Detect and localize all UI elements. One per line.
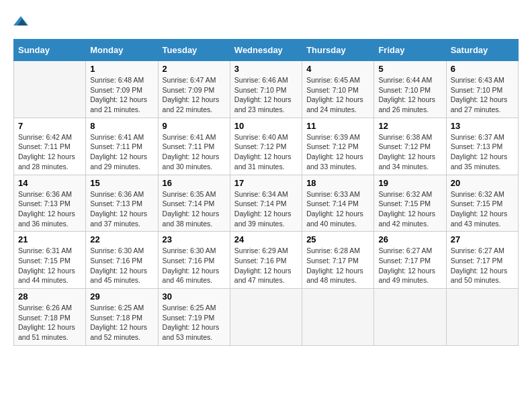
calendar-cell: 28Sunrise: 6:26 AMSunset: 7:18 PMDayligh… [14, 289, 86, 346]
day-info: Sunrise: 6:38 AMSunset: 7:12 PMDaylight:… [378, 132, 441, 172]
page-header [13, 13, 519, 28]
day-number: 23 [163, 234, 226, 244]
day-info: Sunrise: 6:26 AMSunset: 7:18 PMDaylight:… [18, 303, 81, 342]
day-info: Sunrise: 6:33 AMSunset: 7:14 PMDaylight:… [306, 189, 369, 229]
day-number: 15 [90, 178, 153, 188]
day-number: 6 [451, 64, 514, 74]
day-info: Sunrise: 6:35 AMSunset: 7:14 PMDaylight:… [163, 189, 226, 229]
col-header-sunday: Sunday [14, 40, 86, 61]
day-number: 28 [18, 291, 81, 302]
day-number: 20 [451, 178, 514, 188]
day-info: Sunrise: 6:32 AMSunset: 7:15 PMDaylight:… [378, 189, 441, 229]
day-info: Sunrise: 6:30 AMSunset: 7:16 PMDaylight:… [163, 246, 226, 285]
calendar-cell: 25Sunrise: 6:28 AMSunset: 7:17 PMDayligh… [302, 232, 374, 289]
day-number: 7 [18, 121, 81, 131]
day-number: 10 [234, 121, 298, 131]
col-header-monday: Monday [86, 40, 158, 61]
calendar-cell: 10Sunrise: 6:40 AMSunset: 7:12 PMDayligh… [230, 118, 302, 175]
calendar-cell: 3Sunrise: 6:46 AMSunset: 7:10 PMDaylight… [230, 61, 302, 118]
day-number: 18 [306, 178, 369, 188]
calendar-cell: 26Sunrise: 6:27 AMSunset: 7:17 PMDayligh… [374, 232, 446, 289]
day-number: 30 [163, 291, 226, 302]
calendar-table: SundayMondayTuesdayWednesdayThursdayFrid… [13, 39, 519, 346]
day-number: 17 [234, 178, 298, 188]
calendar-cell: 12Sunrise: 6:38 AMSunset: 7:12 PMDayligh… [374, 118, 446, 175]
day-info: Sunrise: 6:37 AMSunset: 7:13 PMDaylight:… [451, 132, 514, 172]
day-info: Sunrise: 6:46 AMSunset: 7:10 PMDaylight:… [234, 75, 298, 115]
calendar-cell: 17Sunrise: 6:34 AMSunset: 7:14 PMDayligh… [230, 175, 302, 232]
day-number: 25 [306, 234, 369, 244]
day-info: Sunrise: 6:25 AMSunset: 7:18 PMDaylight:… [90, 303, 153, 342]
col-header-friday: Friday [374, 40, 446, 61]
calendar-cell: 5Sunrise: 6:44 AMSunset: 7:10 PMDaylight… [374, 61, 446, 118]
day-info: Sunrise: 6:45 AMSunset: 7:10 PMDaylight:… [306, 75, 369, 115]
day-info: Sunrise: 6:29 AMSunset: 7:16 PMDaylight:… [234, 246, 298, 285]
calendar-cell: 1Sunrise: 6:48 AMSunset: 7:09 PMDaylight… [86, 61, 158, 118]
calendar-cell: 8Sunrise: 6:41 AMSunset: 7:11 PMDaylight… [86, 118, 158, 175]
calendar-cell: 6Sunrise: 6:43 AMSunset: 7:10 PMDaylight… [446, 61, 518, 118]
day-info: Sunrise: 6:36 AMSunset: 7:13 PMDaylight:… [18, 189, 81, 229]
calendar-cell: 23Sunrise: 6:30 AMSunset: 7:16 PMDayligh… [158, 232, 230, 289]
day-info: Sunrise: 6:28 AMSunset: 7:17 PMDaylight:… [306, 246, 369, 285]
calendar-cell: 21Sunrise: 6:31 AMSunset: 7:15 PMDayligh… [14, 232, 86, 289]
calendar-cell: 2Sunrise: 6:47 AMSunset: 7:09 PMDaylight… [158, 61, 230, 118]
day-info: Sunrise: 6:25 AMSunset: 7:19 PMDaylight:… [163, 303, 226, 342]
day-number: 24 [234, 234, 298, 244]
calendar-week-row: 1Sunrise: 6:48 AMSunset: 7:09 PMDaylight… [14, 61, 519, 118]
day-number: 1 [90, 64, 153, 74]
day-number: 11 [306, 121, 369, 131]
day-info: Sunrise: 6:43 AMSunset: 7:10 PMDaylight:… [451, 75, 514, 115]
day-number: 9 [163, 121, 226, 131]
calendar-cell: 13Sunrise: 6:37 AMSunset: 7:13 PMDayligh… [446, 118, 518, 175]
calendar-header-row: SundayMondayTuesdayWednesdayThursdayFrid… [14, 40, 519, 61]
day-info: Sunrise: 6:40 AMSunset: 7:12 PMDaylight:… [234, 132, 298, 172]
day-number: 4 [306, 64, 369, 74]
calendar-week-row: 28Sunrise: 6:26 AMSunset: 7:18 PMDayligh… [14, 289, 519, 346]
col-header-tuesday: Tuesday [158, 40, 230, 61]
calendar-cell [302, 289, 374, 346]
day-number: 13 [451, 121, 514, 131]
day-number: 27 [451, 234, 514, 244]
calendar-week-row: 7Sunrise: 6:42 AMSunset: 7:11 PMDaylight… [14, 118, 519, 175]
calendar-cell: 15Sunrise: 6:36 AMSunset: 7:13 PMDayligh… [86, 175, 158, 232]
calendar-cell: 18Sunrise: 6:33 AMSunset: 7:14 PMDayligh… [302, 175, 374, 232]
day-info: Sunrise: 6:36 AMSunset: 7:13 PMDaylight:… [90, 189, 153, 229]
calendar-cell: 9Sunrise: 6:41 AMSunset: 7:11 PMDaylight… [158, 118, 230, 175]
day-info: Sunrise: 6:47 AMSunset: 7:09 PMDaylight:… [163, 75, 226, 115]
calendar-week-row: 21Sunrise: 6:31 AMSunset: 7:15 PMDayligh… [14, 232, 519, 289]
day-info: Sunrise: 6:41 AMSunset: 7:11 PMDaylight:… [163, 132, 226, 172]
calendar-week-row: 14Sunrise: 6:36 AMSunset: 7:13 PMDayligh… [14, 175, 519, 232]
day-info: Sunrise: 6:39 AMSunset: 7:12 PMDaylight:… [306, 132, 369, 172]
logo [13, 13, 28, 28]
calendar-cell: 11Sunrise: 6:39 AMSunset: 7:12 PMDayligh… [302, 118, 374, 175]
logo-text [13, 13, 28, 28]
day-info: Sunrise: 6:44 AMSunset: 7:10 PMDaylight:… [378, 75, 441, 115]
day-number: 26 [378, 234, 441, 244]
logo-general [13, 13, 28, 28]
calendar-cell: 4Sunrise: 6:45 AMSunset: 7:10 PMDaylight… [302, 61, 374, 118]
calendar-cell: 19Sunrise: 6:32 AMSunset: 7:15 PMDayligh… [374, 175, 446, 232]
day-info: Sunrise: 6:48 AMSunset: 7:09 PMDaylight:… [90, 75, 153, 115]
day-info: Sunrise: 6:30 AMSunset: 7:16 PMDaylight:… [90, 246, 153, 285]
calendar-cell [374, 289, 446, 346]
day-info: Sunrise: 6:31 AMSunset: 7:15 PMDaylight:… [18, 246, 81, 285]
calendar-cell: 24Sunrise: 6:29 AMSunset: 7:16 PMDayligh… [230, 232, 302, 289]
calendar-cell [446, 289, 518, 346]
calendar-cell [14, 61, 86, 118]
calendar-cell: 7Sunrise: 6:42 AMSunset: 7:11 PMDaylight… [14, 118, 86, 175]
day-info: Sunrise: 6:27 AMSunset: 7:17 PMDaylight:… [378, 246, 441, 285]
logo-icon [13, 13, 28, 28]
col-header-wednesday: Wednesday [230, 40, 302, 61]
calendar-cell: 30Sunrise: 6:25 AMSunset: 7:19 PMDayligh… [158, 289, 230, 346]
day-info: Sunrise: 6:27 AMSunset: 7:17 PMDaylight:… [451, 246, 514, 285]
col-header-saturday: Saturday [446, 40, 518, 61]
col-header-thursday: Thursday [302, 40, 374, 61]
calendar-cell: 27Sunrise: 6:27 AMSunset: 7:17 PMDayligh… [446, 232, 518, 289]
day-number: 14 [18, 178, 81, 188]
day-number: 2 [163, 64, 226, 74]
day-number: 22 [90, 234, 153, 244]
day-info: Sunrise: 6:42 AMSunset: 7:11 PMDaylight:… [18, 132, 81, 172]
calendar-cell: 14Sunrise: 6:36 AMSunset: 7:13 PMDayligh… [14, 175, 86, 232]
day-number: 21 [18, 234, 81, 244]
day-info: Sunrise: 6:32 AMSunset: 7:15 PMDaylight:… [451, 189, 514, 229]
